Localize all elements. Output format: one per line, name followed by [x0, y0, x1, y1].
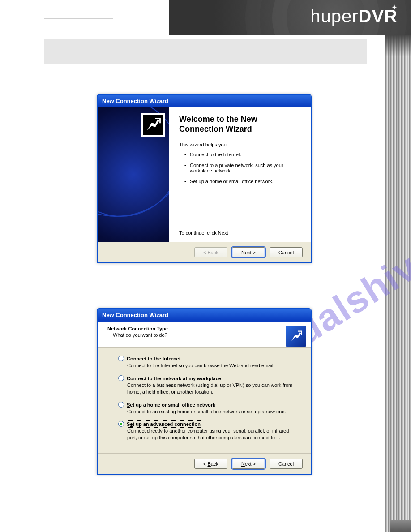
cancel-button[interactable]: Cancel	[270, 459, 303, 469]
brand-thin: huper	[310, 6, 358, 26]
wizard1-button-row: < Back Next > Cancel	[98, 242, 311, 262]
wizard2-button-row: < Back Next > Cancel	[98, 453, 311, 474]
wizard2-titlebar: New Connection Wizard	[98, 309, 311, 322]
page-number-chip	[390, 520, 411, 532]
wizard1-bullet: Connect to the Internet.	[184, 152, 301, 157]
brand-satellite-icon: ✦	[392, 4, 398, 11]
wizard1-continue-text: To continue, click Next	[179, 230, 228, 236]
back-button[interactable]: < Back	[194, 459, 227, 469]
wizard1-lead: This wizard helps you:	[179, 142, 301, 147]
wizard-welcome-dialog: New Connection Wizard Welcome to the New…	[97, 94, 312, 263]
wizard1-titlebar: New Connection Wizard	[98, 95, 311, 107]
page-header: huperDVR✦	[0, 0, 411, 35]
option-desc: Connect to a business network (using dia…	[127, 382, 298, 395]
radio-connect-workplace[interactable]	[118, 375, 124, 381]
back-button: < Back	[194, 247, 227, 257]
side-stripe-decor	[385, 35, 411, 532]
header-graphic: huperDVR✦	[169, 0, 411, 35]
connection-plug-icon	[286, 326, 306, 347]
wizard1-bullet: Set up a home or small office network.	[184, 179, 301, 184]
radio-connect-internet[interactable]	[118, 356, 124, 361]
option-desc: Connect to an existing home or small off…	[127, 408, 298, 415]
option-home-office: Set up a home or small office network Co…	[118, 401, 298, 415]
header-underline	[44, 18, 113, 19]
option-connect-workplace: Connect to the network at my workplace C…	[118, 374, 298, 395]
option-connect-internet: Connect to the Internet Connect to the I…	[118, 355, 298, 369]
option-advanced: Set up an advanced connection Connect di…	[118, 420, 298, 441]
brand-logo: huperDVR✦	[310, 6, 398, 26]
next-button[interactable]: Next >	[232, 459, 265, 469]
wizard1-side-graphic	[98, 107, 169, 242]
wizard1-heading: Welcome to the New Connection Wizard	[179, 115, 301, 134]
option-desc: Connect directly to another computer usi…	[127, 428, 298, 441]
option-desc: Connect to the Internet so you can brows…	[127, 362, 298, 369]
next-button[interactable]: Next >	[232, 247, 265, 257]
section-banner	[44, 39, 367, 64]
radio-home-office[interactable]	[118, 402, 124, 408]
wizard2-heading: Network Connection Type	[107, 326, 168, 331]
radio-advanced[interactable]	[118, 421, 124, 427]
cancel-button[interactable]: Cancel	[270, 247, 303, 257]
wizard2-subheading: What do you want to do?	[113, 332, 168, 338]
side-fade-decor	[385, 35, 411, 56]
wizard-type-dialog: New Connection Wizard Network Connection…	[97, 308, 312, 475]
connection-plug-icon	[141, 113, 165, 137]
wizard1-bullet: Connect to a private network, such as yo…	[184, 163, 301, 173]
